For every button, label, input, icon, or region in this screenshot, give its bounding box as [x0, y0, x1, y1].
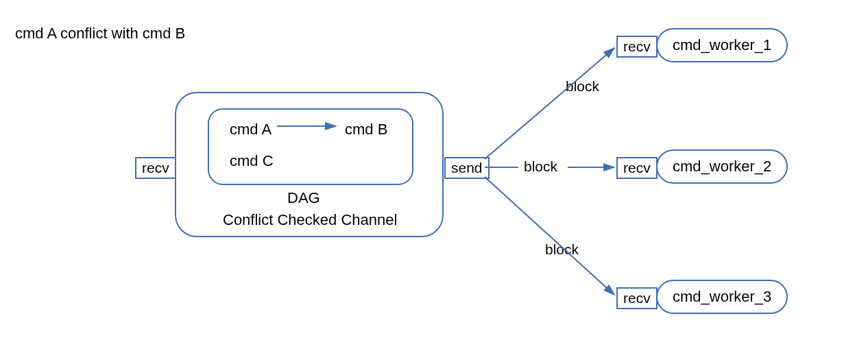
block-label-1: block	[566, 78, 599, 95]
port-recv-w2: recv	[616, 157, 658, 179]
channel-box: cmd A cmd B cmd C DAG Conflict Checked C…	[175, 92, 444, 237]
svg-line-1	[485, 48, 614, 159]
port-recv-w1: recv	[616, 36, 658, 58]
block-label-2: block	[524, 158, 557, 175]
worker-3: cmd_worker_3	[656, 280, 788, 314]
channel-title: Conflict Checked Channel	[223, 211, 397, 229]
worker-2: cmd_worker_2	[656, 149, 788, 184]
cmd-c: cmd C	[230, 152, 274, 170]
dag-box: cmd A cmd B cmd C	[208, 108, 413, 185]
cmd-b: cmd B	[345, 121, 387, 138]
caption: cmd A conflict with cmd B	[15, 25, 185, 43]
cmd-a: cmd A	[230, 121, 272, 138]
port-recv-left: recv	[135, 157, 176, 179]
port-recv-w3: recv	[616, 287, 658, 309]
worker-1: cmd_worker_1	[656, 28, 788, 62]
dag-label: DAG	[287, 189, 320, 207]
svg-line-4	[485, 177, 614, 295]
port-send: send	[444, 157, 490, 179]
block-label-3: block	[545, 241, 579, 258]
